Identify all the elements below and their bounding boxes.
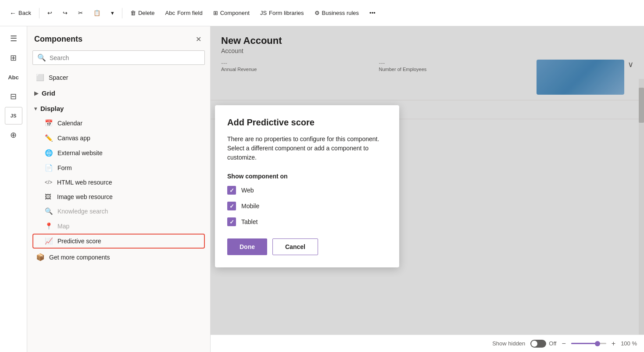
- zoom-slider: [571, 343, 606, 344]
- modal-description: There are no properties to configure for…: [227, 135, 387, 162]
- search-box: 🔍: [32, 50, 205, 65]
- bottom-bar: Show hidden Off − + 100 %: [211, 334, 644, 352]
- divider-1: [39, 8, 39, 18]
- dropdown-button[interactable]: ▾: [107, 7, 118, 19]
- map-item[interactable]: 📍 Map: [32, 219, 205, 234]
- mobile-label: Mobile: [241, 203, 259, 210]
- rail-grid-icon[interactable]: ⊞: [5, 49, 22, 67]
- image-web-resource-item[interactable]: 🖼 Image web resource: [32, 189, 205, 204]
- panel-title: Components: [34, 35, 82, 44]
- panel-content: ⬜ Spacer ▶ Grid ▾ Display 📅 Calendar ✏️ …: [27, 70, 210, 352]
- form-field-button[interactable]: Abc Form field: [161, 7, 207, 19]
- undo-button[interactable]: ↩: [43, 7, 57, 19]
- search-input[interactable]: [50, 54, 200, 61]
- show-hidden-label: Show hidden: [492, 340, 525, 347]
- calendar-icon: 📅: [45, 119, 53, 127]
- form-item[interactable]: 📄 Form: [32, 160, 205, 175]
- business-rules-icon: ⚙: [315, 10, 320, 16]
- more-button[interactable]: •••: [365, 7, 380, 19]
- show-component-label: Show component on: [227, 173, 387, 180]
- component-icon: ⊞: [213, 10, 218, 16]
- minus-icon[interactable]: −: [562, 340, 565, 348]
- toggle-knob: [531, 341, 537, 347]
- show-hidden-toggle[interactable]: [530, 340, 546, 348]
- paste-button[interactable]: 📋: [89, 7, 105, 19]
- panel-header: Components ✕: [27, 26, 210, 50]
- checkmark-icon: ✓: [229, 187, 234, 194]
- components-panel: Components ✕ 🔍 ⬜ Spacer ▶ Grid ▾ Dis: [27, 26, 211, 352]
- html-icon: </>: [45, 179, 53, 185]
- undo-icon: ↩: [47, 10, 52, 16]
- rail-text-icon[interactable]: Abc: [5, 68, 22, 86]
- form-libraries-button[interactable]: JS Form libraries: [256, 7, 308, 19]
- canvas-app-icon: ✏️: [45, 134, 53, 142]
- content-area: New Account Account --- Annual Revenue -…: [211, 26, 644, 352]
- form-icon: 📄: [45, 164, 53, 172]
- image-icon: 🖼: [45, 193, 53, 200]
- web-label: Web: [241, 187, 254, 194]
- modal-overlay: Add Predictive score There are no proper…: [211, 26, 644, 352]
- slider-fill: [571, 343, 596, 344]
- toggle-container: Off: [530, 340, 556, 348]
- mobile-checkbox-row: ✓ Mobile: [227, 202, 387, 210]
- plus-icon[interactable]: +: [612, 340, 615, 348]
- web-checkbox-row: ✓ Web: [227, 186, 387, 195]
- component-button[interactable]: ⊞ Component: [209, 7, 254, 19]
- knowledge-search-item[interactable]: 🔍 Knowledge search: [32, 204, 205, 219]
- rail-network-icon[interactable]: ⊕: [5, 126, 22, 144]
- left-rail: ☰ ⊞ Abc ⊟ JS ⊕: [0, 26, 27, 352]
- more-icon: •••: [369, 10, 376, 16]
- zoom-label: 100 %: [621, 340, 637, 347]
- form-libraries-icon: JS: [260, 10, 267, 16]
- business-rules-button[interactable]: ⚙ Business rules: [310, 7, 364, 19]
- cancel-button[interactable]: Cancel: [272, 238, 318, 255]
- rail-layers-icon[interactable]: ⊟: [5, 88, 22, 105]
- close-panel-button[interactable]: ✕: [194, 33, 203, 45]
- web-checkbox[interactable]: ✓: [227, 186, 236, 195]
- grid-section-header[interactable]: ▶ Grid: [32, 85, 205, 100]
- redo-button[interactable]: ↪: [58, 7, 72, 19]
- rail-js-icon[interactable]: JS: [5, 107, 22, 124]
- chevron-down-icon: ▾: [34, 106, 37, 112]
- tablet-checkbox-row: ✓ Tablet: [227, 217, 387, 226]
- predictive-score-icon: 📈: [45, 237, 53, 245]
- tablet-label: Tablet: [241, 218, 258, 225]
- chevron-down-icon: ▾: [111, 10, 114, 16]
- get-more-components-item[interactable]: 📦 Get more components: [32, 249, 205, 266]
- add-predictive-score-modal: Add Predictive score There are no proper…: [215, 105, 399, 267]
- knowledge-search-icon: 🔍: [45, 207, 53, 215]
- spacer-icon: ⬜: [36, 74, 44, 82]
- done-button[interactable]: Done: [227, 238, 267, 255]
- toolbar: ← Back ↩ ↪ ✂ 📋 ▾ 🗑 Delete Abc Form field…: [0, 0, 644, 26]
- main-layout: ☰ ⊞ Abc ⊟ JS ⊕ Components ✕ 🔍 ⬜ Spacer ▶: [0, 26, 644, 352]
- mobile-checkbox[interactable]: ✓: [227, 202, 236, 210]
- checkmark-icon-3: ✓: [229, 219, 234, 225]
- tablet-checkbox[interactable]: ✓: [227, 217, 236, 226]
- get-more-icon: 📦: [36, 253, 45, 261]
- back-button[interactable]: ← Back: [5, 7, 36, 19]
- back-icon: ←: [10, 9, 16, 17]
- delete-button[interactable]: 🗑 Delete: [126, 7, 159, 19]
- modal-actions: Done Cancel: [227, 238, 387, 255]
- predictive-score-item[interactable]: 📈 Predictive score: [32, 234, 205, 249]
- html-web-resource-item[interactable]: </> HTML web resource: [32, 175, 205, 189]
- modal-title: Add Predictive score: [227, 117, 387, 128]
- display-section-header[interactable]: ▾ Display: [32, 100, 205, 116]
- rail-menu-icon[interactable]: ☰: [5, 30, 22, 47]
- slider-thumb[interactable]: [595, 341, 600, 346]
- cut-button[interactable]: ✂: [74, 7, 87, 19]
- slider-track[interactable]: [571, 343, 606, 344]
- cut-icon: ✂: [78, 10, 83, 16]
- paste-icon: 📋: [93, 10, 100, 16]
- map-icon: 📍: [45, 222, 53, 230]
- chevron-right-icon: ▶: [34, 90, 38, 96]
- canvas-app-item[interactable]: ✏️ Canvas app: [32, 131, 205, 146]
- checkmark-icon-2: ✓: [229, 203, 234, 210]
- delete-icon: 🗑: [130, 10, 136, 16]
- calendar-item[interactable]: 📅 Calendar: [32, 116, 205, 131]
- spacer-item[interactable]: ⬜ Spacer: [32, 70, 205, 85]
- redo-icon: ↪: [63, 10, 68, 16]
- globe-icon: 🌐: [45, 149, 53, 157]
- form-field-icon: Abc: [165, 10, 175, 16]
- external-website-item[interactable]: 🌐 External website: [32, 146, 205, 160]
